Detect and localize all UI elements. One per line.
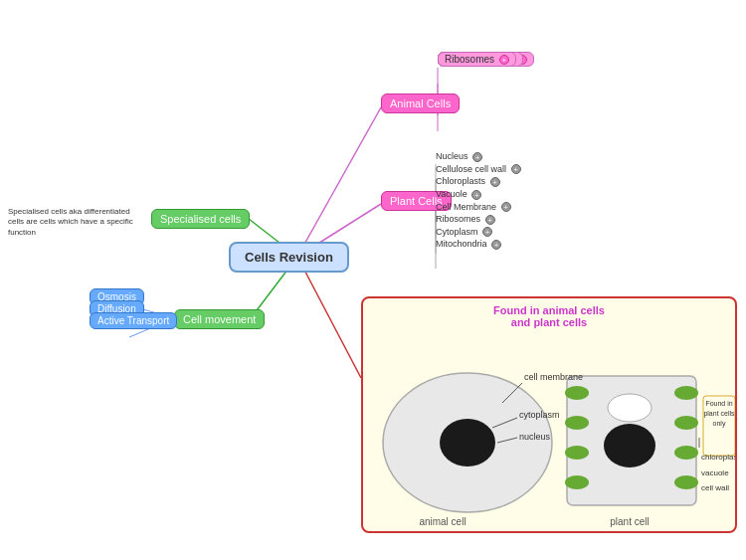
plant-nucleus: Nucleus + [436,151,521,162]
svg-point-4 [565,386,589,400]
svg-point-3 [604,424,655,467]
svg-text:vacuole: vacuole [701,468,729,477]
svg-text:Found in: Found in [705,400,732,407]
svg-text:cell wall: cell wall [701,483,729,492]
svg-point-11 [674,475,698,489]
plant-cell-wall: Cellulose cell wall + [436,164,521,175]
plant-chloroplasts: Chloroplasts + [436,176,521,187]
diagram-svg: cell membrane cytoplasm nucleus animal c… [363,328,737,533]
cell-movement-label: Cell movement [183,313,256,325]
label-cell-membrane: cell membrane [524,372,583,382]
animal-cells-node[interactable]: Animal Cells [381,93,460,113]
plant-cytoplasm: Cytoplasm + [436,227,521,238]
active-transport-node[interactable]: Active Transport [90,312,177,329]
main-node-label: Cells Revision [245,250,333,265]
specialised-cells-label: Specialised cells [160,213,241,225]
label-plant-cell: plant cell [610,516,649,527]
svg-point-7 [565,475,589,489]
plant-cell-membrane: Cell Membrane + [436,202,521,213]
svg-point-10 [674,446,698,460]
main-node: Cells Revision [229,242,349,273]
diagram-title: Found in animal cellsand plant cells [363,304,735,328]
svg-point-12 [608,394,652,422]
plant-mitochondria: Mitochondria + [436,239,521,250]
plant-cells-label: Plant Cells [390,195,443,207]
svg-point-5 [565,416,589,430]
svg-text:only: only [713,420,726,428]
label-nucleus: nucleus [519,432,551,442]
specialised-note: Specialised cells aka differentiated cel… [8,207,137,238]
svg-point-8 [674,386,698,400]
svg-point-6 [565,446,589,460]
svg-point-9 [674,416,698,430]
svg-text:plant cells: plant cells [703,410,735,418]
diagram-box: Found in animal cellsand plant cells cel… [361,296,737,533]
animal-cells-label: Animal Cells [390,97,451,109]
svg-text:chloroplast: chloroplast [701,453,737,462]
animal-ribosomes[interactable]: Ribosomes + [438,52,516,67]
svg-point-1 [440,419,495,467]
plant-vacuole: Vacuole + [436,189,521,200]
label-cytoplasm: cytoplasm [519,410,560,420]
cell-movement-node[interactable]: Cell movement [174,309,265,329]
plant-ribosomes: Ribosomes + [436,214,521,225]
label-animal-cell: animal cell [419,516,466,527]
specialised-cells-node[interactable]: Specialised cells [151,209,250,229]
